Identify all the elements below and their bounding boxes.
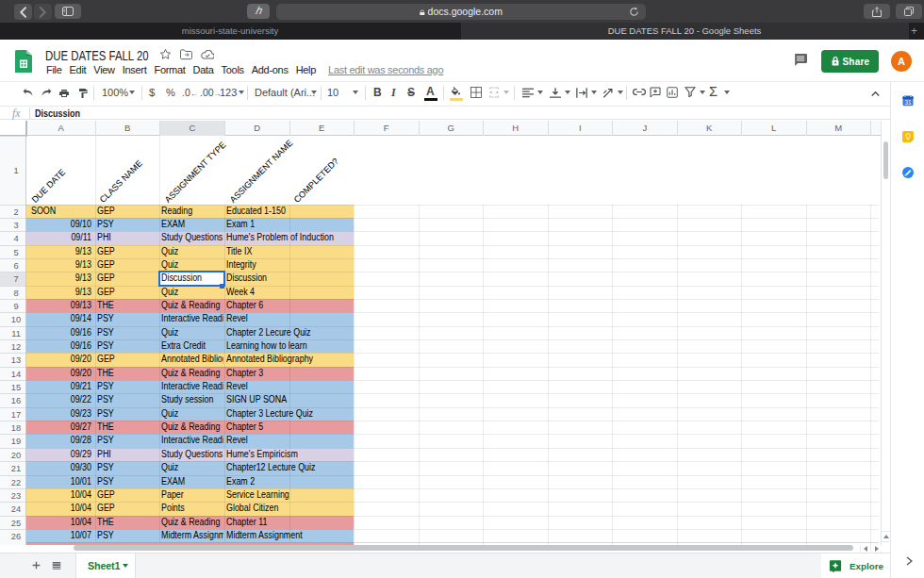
svg-text:31: 31 bbox=[904, 98, 912, 105]
